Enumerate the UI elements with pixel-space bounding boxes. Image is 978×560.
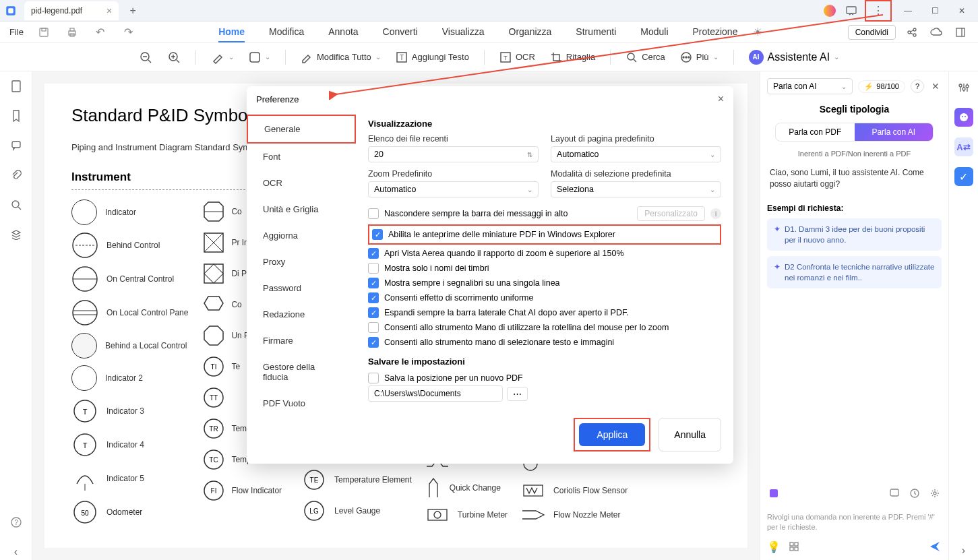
cancel-button[interactable]: Annulla [659,418,721,452]
panel-icon[interactable] [952,24,969,40]
tab-protezione[interactable]: Protezione [693,22,738,42]
add-text-button[interactable]: TAggiungi Testo [396,51,469,63]
check-bookmarks[interactable] [368,278,379,288]
share-link-icon[interactable] [904,24,920,40]
file-menu[interactable]: File [9,27,24,37]
kebab-menu-icon[interactable]: ⋮ [870,3,886,19]
new-tab-button[interactable]: + [124,2,142,20]
save-path-input[interactable]: C:\Users\ws\Documents [368,385,503,402]
info-icon[interactable]: i [710,208,721,219]
toggle-pdf[interactable]: Parla con PDF [776,123,855,141]
theme-icon[interactable]: ☀ [750,24,766,40]
feedback-icon[interactable] [843,3,859,19]
recent-files-input[interactable]: 20⇅ [368,146,539,162]
example-1[interactable]: ✦D1. Dammi 3 idee per dei buoni proposit… [767,218,942,251]
comments-icon[interactable] [8,137,24,154]
highlight-tool[interactable]: ⌄ [211,51,234,64]
help-icon[interactable]: ? [8,514,24,530]
ai-assistant-button[interactable]: AI Assistente AI⌄ [749,50,840,65]
dialog-title: Preferenze [256,94,299,104]
svg-text:TI: TI [211,363,217,371]
layers-icon[interactable] [8,226,24,243]
more-button[interactable]: Più⌄ [680,51,719,63]
tab-organizza[interactable]: Organizza [509,22,552,42]
nav-pdfvuoto[interactable]: PDF Vuoto [247,390,356,410]
close-tab-icon[interactable]: × [106,5,112,16]
search-rail-icon[interactable] [8,197,24,213]
help-button[interactable]: ? [911,80,924,93]
tab-converti[interactable]: Converti [383,22,418,42]
usage-badge: ⚡98/100 [858,80,905,93]
undo-icon[interactable]: ↶ [92,24,109,40]
settings-gear-icon[interactable] [928,487,942,500]
share-button[interactable]: Condividi [848,25,896,40]
nav-gestore[interactable]: Gestore della fiducia [247,354,356,390]
send-icon[interactable] [928,540,942,553]
check-hand-zoom[interactable] [368,322,379,333]
nav-font[interactable]: Font [247,144,356,170]
nav-redazione[interactable]: Redazione [247,301,356,328]
selmode-select[interactable]: Seleziona⌄ [551,181,721,197]
history-icon[interactable] [908,487,921,500]
ocr-button[interactable]: TOCR [499,51,535,63]
bookmarks-icon[interactable] [8,108,24,124]
check-save-pos[interactable] [368,373,379,383]
chatbot-icon[interactable] [954,108,973,127]
collapse-rail-icon[interactable]: ‹ [8,544,24,560]
edit-all-button[interactable]: Modifica Tutto⌄ [301,51,381,63]
zoom-in-button[interactable] [167,51,181,64]
user-avatar-icon[interactable] [822,3,838,19]
check-stamps[interactable] [368,263,379,274]
nav-unita[interactable]: Unità e Griglia [247,196,356,222]
check-chat-sidebar[interactable] [368,307,379,318]
nav-password[interactable]: Password [247,275,356,301]
nav-aggiorna[interactable]: Aggiorna [247,222,356,249]
thumbnails-icon[interactable] [8,78,24,94]
response-icon[interactable] [888,487,901,500]
translate-icon[interactable]: A⇄ [954,137,973,156]
check-smooth[interactable] [368,292,379,303]
close-panel-icon[interactable]: ✕ [929,80,942,92]
check-aerial[interactable] [368,248,379,259]
check-hand-select[interactable] [368,337,379,348]
tab-strumenti[interactable]: Strumenti [576,22,616,42]
toggle-ai[interactable]: Parla con AI [855,123,934,141]
minimize-button[interactable]: — [897,1,919,20]
document-tab[interactable]: pid-legend.pdf × [24,1,119,20]
attachments-icon[interactable] [8,167,24,183]
close-window-button[interactable]: ✕ [951,1,973,20]
properties-icon[interactable] [954,78,973,97]
expand-rail-icon[interactable]: › [954,541,973,560]
search-button[interactable]: Cerca [625,51,665,63]
shape-tool[interactable]: ⌄ [249,51,270,63]
zoom-out-button[interactable] [139,51,152,64]
check-hide-msgbar[interactable] [368,208,379,219]
tab-modifica[interactable]: Modifica [269,22,304,42]
attachment-icon[interactable] [767,487,781,500]
cloud-icon[interactable] [928,24,944,40]
dialog-close-icon[interactable]: × [718,93,724,105]
apply-button[interactable]: Applica [579,423,645,446]
nav-ocr[interactable]: OCR [247,170,356,196]
lightbulb-icon[interactable]: 💡 [767,540,781,553]
tab-home[interactable]: Home [218,22,245,42]
tab-moduli[interactable]: Moduli [640,22,668,42]
tab-visualizza[interactable]: Visualizza [442,22,485,42]
layout-select[interactable]: Automatico⌄ [551,146,721,162]
nav-firmare[interactable]: Firmare [247,328,356,354]
example-2[interactable]: ✦D2 Confronta le tecniche narrative util… [767,256,942,288]
nav-generale[interactable]: Generale [247,115,356,144]
check-icon[interactable]: ✓ [954,167,973,186]
redo-icon[interactable]: ↷ [121,24,137,40]
ai-mode-select[interactable]: Parla con AI⌄ [767,78,853,94]
check-thumb-preview[interactable] [372,229,383,240]
print-icon[interactable] [64,24,80,40]
tab-annota[interactable]: Annota [328,22,358,42]
grid-icon[interactable] [787,540,801,553]
crop-button[interactable]: Ritaglia [550,51,595,63]
save-icon[interactable] [36,24,52,40]
maximize-button[interactable]: ☐ [924,1,946,20]
browse-button[interactable]: ⋯ [507,387,528,401]
zoom-select[interactable]: Automatico⌄ [368,181,539,197]
nav-proxy[interactable]: Proxy [247,249,356,275]
